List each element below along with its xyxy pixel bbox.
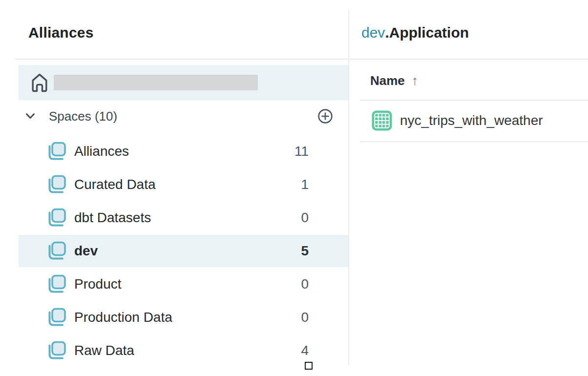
sort-ascending-icon[interactable]: ↑ bbox=[412, 73, 419, 88]
space-row-dbt-datasets[interactable]: dbt Datasets 0 bbox=[0, 201, 348, 234]
content-header-divider bbox=[349, 59, 588, 60]
sidebar-panel: Alliances Spaces (10) Alliances 11 bbox=[0, 0, 348, 376]
sidebar-title-divider bbox=[15, 59, 348, 60]
space-icon bbox=[46, 308, 66, 327]
add-space-button[interactable] bbox=[317, 108, 333, 124]
spaces-section-header[interactable]: Spaces (10) bbox=[19, 107, 348, 126]
breadcrumb-separator: . bbox=[385, 24, 389, 41]
row-highlight bbox=[19, 334, 348, 367]
spaces-list: Alliances 11 Curated Data 1 dbt Datasets… bbox=[0, 135, 348, 367]
redacted-home-label bbox=[54, 75, 258, 90]
space-row-raw-data[interactable]: Raw Data 4 bbox=[0, 334, 348, 367]
spaces-section-label: Spaces (10) bbox=[49, 109, 117, 124]
space-icon bbox=[46, 142, 66, 161]
space-count: 0 bbox=[301, 310, 309, 325]
chevron-down-icon[interactable] bbox=[25, 112, 35, 120]
table-header: Name ↑ bbox=[370, 72, 418, 89]
breadcrumb-parent-link[interactable]: dev bbox=[361, 24, 385, 41]
dataset-row[interactable]: nyc_trips_with_weather bbox=[360, 100, 588, 141]
space-row-dev[interactable]: dev 5 bbox=[0, 234, 348, 268]
space-icon bbox=[46, 175, 66, 194]
column-header-name[interactable]: Name bbox=[370, 73, 405, 88]
row-highlight bbox=[19, 168, 348, 201]
space-row-alliances[interactable]: Alliances 11 bbox=[0, 135, 348, 168]
home-item[interactable] bbox=[19, 65, 348, 100]
space-label: Product bbox=[74, 276, 122, 292]
space-row-curated-data[interactable]: Curated Data 1 bbox=[0, 168, 348, 201]
space-row-production-data[interactable]: Production Data 0 bbox=[0, 301, 348, 334]
space-count: 0 bbox=[301, 210, 309, 226]
space-icon bbox=[46, 341, 66, 360]
space-label: Raw Data bbox=[74, 343, 134, 358]
space-count: 5 bbox=[301, 243, 309, 259]
space-icon bbox=[46, 208, 66, 228]
breadcrumb: dev.Application bbox=[361, 24, 469, 41]
missing-glyph-square bbox=[305, 362, 313, 370]
row-highlight bbox=[19, 202, 348, 234]
space-count: 0 bbox=[301, 276, 309, 292]
space-icon bbox=[46, 241, 66, 261]
space-label: Curated Data bbox=[74, 177, 156, 192]
dataset-name: nyc_trips_with_weather bbox=[400, 113, 543, 128]
row-highlight bbox=[19, 235, 348, 267]
row-highlight bbox=[19, 301, 348, 334]
table-icon bbox=[372, 110, 392, 131]
space-count: 1 bbox=[301, 177, 309, 192]
breadcrumb-current: Application bbox=[389, 24, 469, 41]
space-row-product[interactable]: Product 0 bbox=[0, 268, 348, 301]
dataset-row-divider bbox=[360, 141, 588, 142]
space-label: dev bbox=[74, 243, 98, 259]
space-label: Alliances bbox=[74, 144, 129, 159]
space-label: Production Data bbox=[74, 310, 172, 325]
panel-divider bbox=[348, 10, 349, 365]
space-icon bbox=[46, 274, 66, 294]
space-label: dbt Datasets bbox=[74, 210, 151, 226]
space-count: 4 bbox=[301, 343, 309, 358]
home-icon bbox=[30, 72, 49, 93]
space-count: 11 bbox=[294, 144, 309, 159]
sidebar-title: Alliances bbox=[28, 24, 94, 41]
row-highlight bbox=[19, 268, 348, 300]
